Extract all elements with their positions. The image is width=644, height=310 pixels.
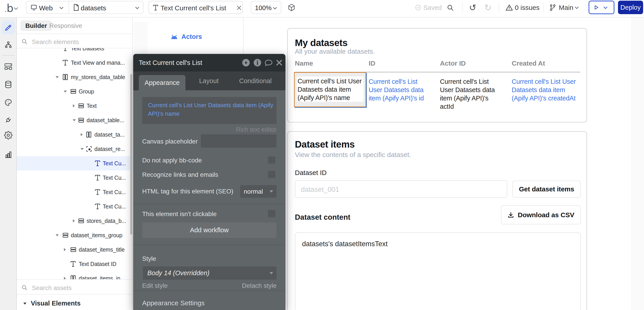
logo-chevron-icon[interactable] [14, 7, 18, 10]
col-header-created-at: Created At [512, 60, 545, 67]
search-icon[interactable] [447, 4, 454, 11]
edit-style-link[interactable]: Edit style [142, 282, 168, 289]
dataset-items-subtitle: View the contents of a specific dataset. [295, 151, 411, 159]
detach-style-link[interactable]: Detach style [242, 282, 276, 289]
database-icon[interactable] [4, 80, 12, 88]
component-cube-icon[interactable] [288, 4, 295, 12]
tree-right-arrow-icon[interactable] [72, 219, 75, 223]
panel-play-icon[interactable] [242, 58, 250, 67]
panel-close-icon[interactable] [275, 59, 283, 67]
cell-created-at-text[interactable]: Current cell's List User Datasets data i… [512, 78, 580, 102]
tree-item-group[interactable]: Group [17, 84, 132, 99]
property-editor-header[interactable]: Text Current cell's List [133, 54, 286, 71]
dataset-id-input[interactable]: dataset_001 [295, 180, 507, 198]
styles-palette-icon[interactable] [4, 98, 12, 106]
panel-info-icon[interactable] [253, 58, 262, 67]
canvas-placeholder-input[interactable] [201, 134, 276, 147]
dataset-content-textarea[interactable]: datasets's datasetItemsText [295, 232, 581, 310]
my-datasets-subtitle: All your available datasets. [295, 48, 375, 55]
tab-responsive[interactable]: Responsive [49, 21, 82, 31]
add-workflow-button[interactable]: Add workflow [142, 222, 276, 238]
selected-table-cell[interactable]: Current cell's List User Datasets data i… [294, 72, 366, 107]
settings-gear-icon[interactable] [4, 131, 12, 139]
tree-item-stores-data-b[interactable]: stores_data_b... [17, 214, 132, 228]
tree-item-dataset-ta[interactable]: dataset_ta... [17, 127, 132, 142]
tree-down-arrow-icon[interactable] [72, 119, 76, 121]
plugins-icon[interactable] [4, 116, 12, 124]
style-dropdown[interactable]: Body 14 (Overridden) [143, 266, 276, 280]
open-element-tab[interactable]: Text Current cell's List [148, 1, 243, 14]
recognize-links-checkbox[interactable] [268, 171, 275, 178]
tree-item-dataset-table[interactable]: dataset_table... [17, 113, 132, 127]
tab-conditional[interactable]: Conditional [235, 71, 276, 90]
tree-item-text-cu[interactable]: Text Cu... [17, 185, 132, 199]
tree-right-arrow-icon[interactable] [64, 248, 66, 251]
design-mode-active[interactable] [2, 21, 15, 34]
bubble-logo[interactable]: .b [4, 2, 14, 14]
tree-item-text-cu[interactable]: Text Cu... [17, 156, 132, 171]
platform-label[interactable]: Web [39, 4, 53, 12]
issues-count[interactable]: 0 issues [515, 4, 540, 12]
download-csv-button[interactable]: Download as CSV [501, 205, 581, 224]
search-assets-input[interactable]: Search assets [32, 284, 72, 291]
tree-item-text-cu[interactable]: Text Cu... [17, 199, 132, 214]
page-chevron-icon[interactable] [135, 7, 140, 10]
tree-scrollbar[interactable] [130, 74, 132, 235]
tree-item-text-cu[interactable]: Text Cu... [17, 171, 132, 185]
page-label[interactable]: datasets [81, 4, 106, 12]
tree-item-dataset-items-title[interactable]: dataset_items_title [17, 242, 132, 257]
tree-item-text-datasets[interactable]: Text Datasets [17, 48, 132, 56]
tree-item-dataset-items-in[interactable]: dataset_items_in... [17, 271, 132, 279]
logs-chart-icon[interactable] [4, 150, 12, 159]
zoom-control[interactable]: 100% [251, 1, 282, 14]
nav-item-actors[interactable]: Actors [171, 34, 178, 39]
tree-item-label: stores_data_b... [86, 218, 126, 224]
clickable-label: This element isn't clickable [142, 211, 216, 218]
tree-right-arrow-icon[interactable] [80, 133, 83, 136]
tree-item-dataset-items-group[interactable]: dataset_items_group [17, 228, 132, 242]
expression-box[interactable]: Current cell's List User Datasets data i… [142, 97, 276, 124]
tree-item-dataset-re[interactable]: dataset_re... [17, 142, 132, 156]
tree-down-arrow-icon[interactable] [56, 76, 59, 78]
tree-down-arrow-icon[interactable] [56, 234, 59, 237]
tree-item-label: Text [86, 103, 97, 109]
tree-rows-icon [78, 117, 84, 123]
tree-item-text-dataset-id[interactable]: Text Dataset ID [17, 257, 132, 271]
redo-icon[interactable]: ↻ [484, 3, 492, 13]
panel-comment-icon[interactable] [264, 58, 273, 67]
search-elements-input[interactable]: Search elements [32, 38, 79, 46]
bb-code-checkbox[interactable] [268, 156, 275, 164]
get-dataset-items-button[interactable]: Get dataset items [512, 181, 581, 198]
property-editor-title: Text Current cell's List [139, 59, 202, 67]
tree-right-arrow-icon[interactable] [64, 276, 66, 279]
html-tag-dropdown[interactable]: normal [240, 185, 276, 198]
monitor-icon [30, 4, 37, 11]
tree-down-arrow-icon[interactable] [80, 147, 84, 150]
branch-label[interactable]: Main [559, 4, 573, 12]
deploy-button[interactable]: Deploy [618, 1, 643, 14]
tab-appearance[interactable]: Appearance [139, 75, 186, 90]
close-tab-icon[interactable] [236, 5, 242, 11]
tree-item-my-stores-data-table[interactable]: my_stores_data_table [17, 70, 132, 84]
property-editor-tabbar: Appearance Layout Conditional [133, 71, 286, 90]
data-slots-icon[interactable] [4, 63, 12, 70]
undo-icon[interactable]: ↺ [469, 3, 476, 13]
workflow-tree-icon[interactable] [4, 41, 12, 49]
tree-down-arrow-icon[interactable] [64, 90, 67, 93]
tab-layout[interactable]: Layout [192, 71, 226, 90]
branch-chevron-icon[interactable] [574, 6, 579, 9]
tab-builder[interactable]: Builder [20, 21, 52, 31]
tree-item-label: Text Cu... [103, 175, 126, 181]
rich-text-editor-link[interactable]: Rich text editor [236, 126, 276, 133]
tree-item-text[interactable]: Text [17, 99, 132, 113]
tree-right-arrow-icon[interactable] [72, 104, 75, 108]
tree-item-label: Text View and mana... [71, 60, 125, 66]
tree-item-text-view-and-mana[interactable]: Text View and mana... [17, 56, 132, 70]
cell-id-text[interactable]: Current cell's List User Datasets data i… [369, 78, 432, 102]
clickable-checkbox[interactable] [268, 210, 275, 217]
dataset-items-card: Dataset items View the contents of a spe… [287, 131, 587, 310]
platform-chevron-icon[interactable] [59, 7, 64, 10]
icon-strip [0, 18, 17, 310]
visual-elements-section[interactable]: Visual Elements [23, 300, 80, 307]
preview-button[interactable] [588, 1, 614, 14]
